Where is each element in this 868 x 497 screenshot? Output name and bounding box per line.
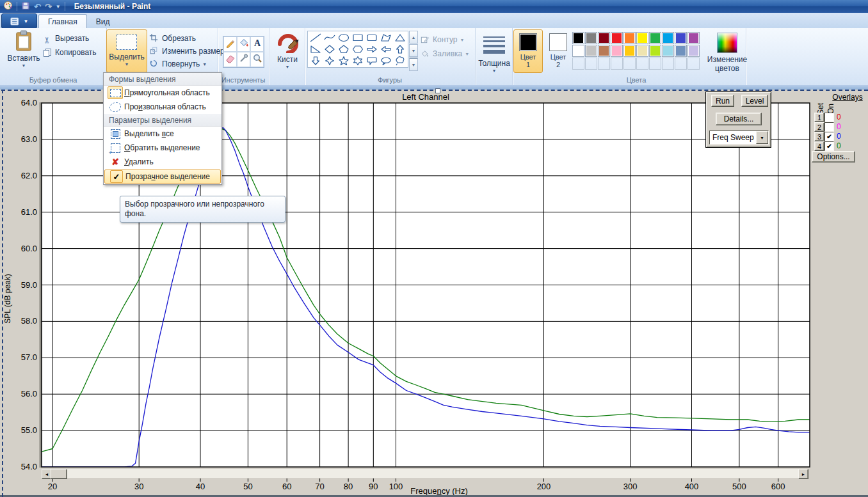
shape-line-button[interactable] [309,32,323,43]
overlay-on-checkbox[interactable] [824,122,834,132]
menu-item-select-all[interactable]: Выделить все [104,127,221,141]
shape-rounded-rectangle-button[interactable] [365,32,379,43]
palette-swatch[interactable] [636,45,648,57]
palette-empty-slot[interactable] [585,58,597,70]
palette-swatch[interactable] [585,45,597,57]
shapes-scroll-up-button[interactable]: ▲ [409,31,418,43]
palette-swatch[interactable] [675,32,687,44]
shape-arrow-down-button[interactable] [309,55,323,67]
eraser-tool-button[interactable] [223,52,237,67]
resize-button[interactable]: Изменить размер [149,46,225,56]
shape-callout-rounded-rect-button[interactable] [365,55,379,67]
color1-button[interactable]: Цвет 1 [513,29,543,73]
palette-swatch[interactable] [572,32,584,44]
rotate-button[interactable]: Повернуть ▼ [149,59,207,69]
save-button[interactable] [21,1,30,12]
shape-star-4-button[interactable] [323,55,337,67]
fill-with-color-tool-button[interactable] [237,36,250,52]
palette-empty-slot[interactable] [675,58,687,70]
shape-triangle-button[interactable] [393,32,407,43]
shape-pentagon-button[interactable] [337,43,351,55]
shape-diamond-button[interactable] [323,43,337,55]
select-button[interactable]: Выделить ▼ [106,29,147,73]
palette-empty-slot[interactable] [611,58,623,70]
magnifier-tool-button[interactable] [250,52,264,67]
level-button[interactable]: Level [741,95,768,107]
palette-swatch[interactable] [649,32,661,44]
shapes-more-button[interactable]: ▼ [409,58,418,71]
palette-swatch[interactable] [662,45,674,57]
shape-star-6-button[interactable] [351,55,365,67]
palette-swatch[interactable] [585,32,597,44]
crop-button[interactable]: Обрезать [149,33,196,43]
details-button[interactable]: Details... [716,113,762,125]
overlay-on-checkbox[interactable]: ✔ [824,141,834,151]
palette-empty-slot[interactable] [649,58,661,70]
palette-swatch[interactable] [649,45,661,57]
shape-polygon-button[interactable] [379,32,393,43]
palette-empty-slot[interactable] [623,58,636,70]
size-button[interactable]: Толщина ▼ [478,29,511,78]
menu-item-transparent-selection[interactable]: ✓Прозрачное выделение [104,170,221,184]
palette-swatch[interactable] [662,32,674,44]
overlay-set-button[interactable]: 2 [814,122,824,132]
shape-callout-oval-button[interactable] [379,55,393,67]
palette-swatch[interactable] [623,32,636,44]
menu-item-delete-selection[interactable]: ✘Удалить [104,155,221,169]
cut-button[interactable]: ✂ Вырезать [42,33,89,43]
palette-swatch[interactable] [687,45,700,57]
shape-ellipse-button[interactable] [337,32,351,43]
shape-fill-button[interactable]: Заливка ▼ [420,49,469,59]
scroll-right-button[interactable]: ► [798,469,808,479]
shape-hexagon-button[interactable] [351,43,365,55]
color-picker-tool-button[interactable] [237,52,250,67]
paste-button[interactable]: Вставить ▼ [6,29,41,73]
edit-colors-button[interactable]: Изменение цветов [709,29,745,75]
palette-swatch[interactable] [572,45,584,57]
application-menu-button[interactable]: ▼ [1,13,37,29]
paint-app-icon[interactable] [3,1,13,12]
copy-button[interactable]: Копировать [42,47,97,58]
shape-arrow-right-button[interactable] [365,43,379,55]
qat-dropdown-arrow[interactable]: ▼ [56,3,61,11]
tab-home[interactable]: Главная [38,14,87,28]
text-tool-button[interactable]: A [250,36,264,52]
menu-item-rectangular-selection[interactable]: Прямоугольная область [104,86,221,100]
shape-right-triangle-button[interactable] [309,43,323,55]
palette-empty-slot[interactable] [598,58,610,70]
palette-swatch[interactable] [598,45,610,57]
overlay-on-checkbox[interactable]: ✔ [824,132,834,141]
palette-swatch[interactable] [611,45,623,57]
shape-star-5-button[interactable] [337,55,351,67]
chart-horizontal-scrollbar[interactable]: ◄ ► [42,469,808,478]
shapes-scroll-down-button[interactable]: ▼ [409,44,418,57]
redo-button[interactable]: ↷ [45,3,52,11]
shape-rectangle-button[interactable] [351,32,365,43]
palette-empty-slot[interactable] [687,58,700,70]
shape-arrow-up-button[interactable] [393,43,407,55]
shape-curve-button[interactable] [323,32,337,43]
overlay-set-button[interactable]: 4 [814,141,824,151]
pencil-tool-button[interactable] [223,36,237,52]
measurement-mode-select[interactable]: Freq Sweep ▼ [709,130,769,145]
palette-swatch[interactable] [623,45,636,57]
palette-empty-slot[interactable] [636,58,648,70]
overlay-on-checkbox[interactable] [824,113,834,122]
overlay-set-button[interactable]: 3 [814,132,824,141]
shape-callout-cloud-button[interactable] [393,55,407,67]
run-button[interactable]: Run [711,95,734,107]
menu-item-free-form-selection[interactable]: Произвольная область [104,100,221,114]
tab-view[interactable]: Вид [87,15,119,28]
palette-swatch[interactable] [675,45,687,57]
options-button[interactable]: Options... [812,151,855,162]
selection-handle-top-center[interactable] [435,88,440,93]
overlay-set-button[interactable]: 1 [814,113,824,122]
palette-swatch[interactable] [687,32,700,44]
shape-outline-button[interactable]: Контур ▼ [420,35,464,45]
brushes-button[interactable]: Кисти ▼ [273,29,302,75]
palette-swatch[interactable] [611,32,623,44]
color2-button[interactable]: Цвет 2 [545,29,571,73]
palette-swatch[interactable] [636,32,648,44]
palette-empty-slot[interactable] [572,58,584,70]
undo-button[interactable]: ↶ [34,3,41,11]
